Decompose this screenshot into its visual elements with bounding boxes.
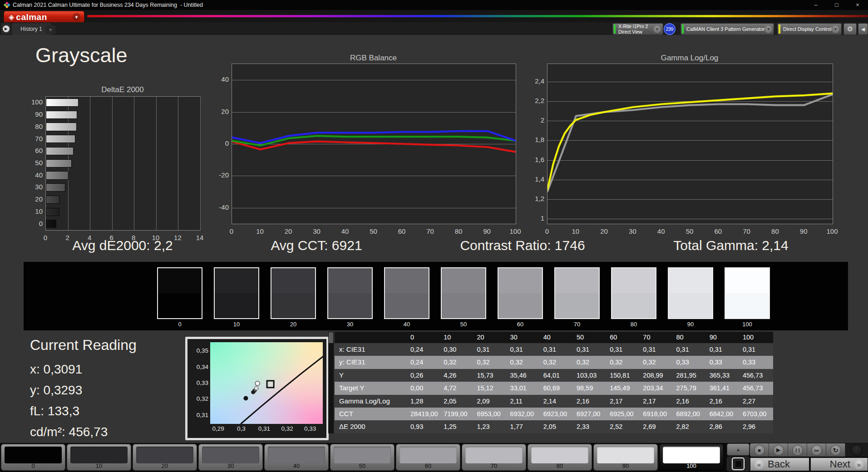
pattern-level-button-40[interactable]: 40: [264, 444, 329, 471]
swatch-30: [327, 267, 373, 319]
calman-menu-button[interactable]: ◈ calman ▼: [4, 11, 84, 23]
table-scrollbar[interactable]: [328, 332, 334, 433]
rgb_balance-xtick: 100: [509, 227, 521, 235]
pattern-level-swatch: [465, 447, 523, 463]
pattern-window-button[interactable]: [727, 457, 750, 471]
tab-expander-button[interactable]: ▶: [1, 23, 10, 34]
pattern-level-label: 90: [594, 462, 657, 469]
meter-reading-badge[interactable]: 239: [664, 23, 676, 35]
deltae-ytick: 60: [29, 147, 43, 154]
table-cell: 6842,00: [706, 408, 740, 420]
table-cell: 2,05: [540, 420, 573, 433]
deltae-bar-10: [46, 208, 59, 216]
pattern-generator-dropdown[interactable]: CalMAN Client 3 Pattern Generator ▼: [681, 23, 774, 35]
table-row: CCT28419,007199,006953,006932,006923,006…: [335, 408, 773, 420]
bottom-pattern-bar: 0102030405060708090100▲■▶[··]∞↻«BackNext…: [0, 443, 868, 472]
rgb_balance-chart-title: RGB Balance: [350, 54, 397, 63]
deltae-bar-40: [46, 171, 69, 179]
grayscale-swatch-strip: Actual Target 0102030405060708090100: [24, 262, 848, 330]
deltae-chart-plot: [45, 96, 201, 231]
gamma-ytick: 2,2: [526, 97, 544, 104]
table-row: y: CIE310,240,320,320,320,320,320,320,32…: [335, 356, 773, 369]
gamma-ytick: 1,4: [526, 175, 544, 183]
table-cell: 33,01: [507, 382, 540, 394]
swatch-0: [157, 267, 202, 319]
table-corner-cell: [335, 332, 407, 343]
table-cell: 0,26: [407, 369, 440, 382]
table-col-header-40: 40: [540, 332, 573, 343]
deltae-ytick: 20: [29, 195, 43, 203]
pattern-level-button-90[interactable]: 90: [593, 444, 658, 471]
pattern-level-button-70[interactable]: 70: [462, 444, 526, 471]
pattern-level-button-20[interactable]: 20: [133, 444, 197, 471]
pattern-level-swatch: [268, 447, 325, 463]
stop-button[interactable]: ■: [750, 443, 769, 457]
table-cell: 2,86: [706, 420, 740, 433]
rgb_balance-series-red: [232, 142, 516, 152]
pattern-level-button-60[interactable]: 60: [396, 444, 460, 471]
row-label: Target Y: [335, 382, 407, 394]
back-button-label: Back: [768, 458, 790, 470]
table-cell: 98,59: [573, 382, 607, 394]
pattern-window-button[interactable]: [··]: [788, 443, 807, 457]
table-cell: 0,33: [706, 356, 740, 369]
continuous-button[interactable]: ∞: [807, 443, 826, 457]
cie-target-square: [267, 381, 274, 388]
swatch-actual-half: [725, 268, 769, 293]
gamma-xtick: 10: [572, 227, 579, 235]
cie-xtick: 0,32: [281, 425, 293, 432]
add-tab-button[interactable]: +: [45, 25, 55, 34]
table-cell: 7199,00: [440, 408, 473, 420]
swatch-actual-half: [271, 268, 315, 293]
pattern-level-button-100[interactable]: 100: [659, 444, 724, 471]
table-cell: 0,32: [473, 356, 507, 369]
gamma-ytick: 1,8: [526, 136, 544, 143]
table-cell: 60,69: [540, 382, 573, 394]
pattern-level-button-50[interactable]: 50: [330, 444, 395, 471]
pattern-level-button-10[interactable]: 10: [67, 444, 131, 471]
summary-stat-0: Avg dE2000: 2,2: [72, 238, 173, 253]
pattern-level-label: 20: [133, 462, 197, 469]
table-cell: 0,00: [407, 382, 440, 394]
display-control-dropdown[interactable]: Direct Display Control ▼: [777, 23, 842, 35]
pattern-level-button-0[interactable]: 0: [1, 444, 65, 471]
pattern-level-swatch: [202, 447, 259, 463]
play-icon: ▶: [3, 25, 10, 32]
close-button[interactable]: ×: [847, 0, 868, 10]
rgb_balance-series-green: [232, 136, 516, 145]
gamma-xtick: 90: [800, 227, 808, 235]
back-button[interactable]: «Back: [750, 457, 809, 471]
rgb_balance-xtick: 50: [370, 227, 377, 235]
table-cell: 208,99: [640, 369, 673, 382]
pattern-level-button-30[interactable]: 30: [198, 444, 263, 471]
table-scrollbar-thumb[interactable]: [329, 332, 333, 343]
gridline: [178, 97, 178, 230]
next-button[interactable]: Next»: [810, 457, 868, 471]
deltae-ytick: 100: [29, 98, 43, 106]
deltae-bar-50: [46, 159, 72, 167]
collapse-panel-button[interactable]: ◀: [858, 23, 868, 35]
swatch-actual-half: [215, 268, 258, 293]
deltae-xtick: 0: [44, 234, 47, 241]
maximize-button[interactable]: □: [826, 0, 847, 10]
refresh-button[interactable]: ↻: [826, 443, 845, 457]
swatch-10: [214, 267, 259, 319]
settings-button[interactable]: ⚙: [843, 23, 857, 35]
table-cell: 203,34: [640, 382, 673, 394]
swatch-label: 50: [460, 321, 467, 328]
swatch-label: 100: [742, 321, 752, 328]
deltae-bar-60: [46, 147, 74, 155]
pattern-scroll-up-button[interactable]: ▲: [727, 443, 750, 456]
table-cell: 0,32: [440, 356, 473, 369]
pattern-level-button-80[interactable]: 80: [528, 444, 592, 471]
table-cell: 1,25: [440, 420, 473, 433]
gamma-chart-plot: [547, 64, 833, 224]
meter-dropdown[interactable]: X-Rite i1Pro 2Direct View ▼: [612, 23, 663, 35]
table-col-header-80: 80: [673, 332, 706, 343]
pattern-level-label: 80: [528, 462, 592, 469]
swatch-60: [498, 267, 543, 319]
play-button[interactable]: ▶: [769, 443, 788, 457]
swatch-actual-half: [555, 268, 599, 293]
minimize-button[interactable]: –: [805, 0, 826, 10]
gamma-xtick: 20: [600, 227, 608, 235]
